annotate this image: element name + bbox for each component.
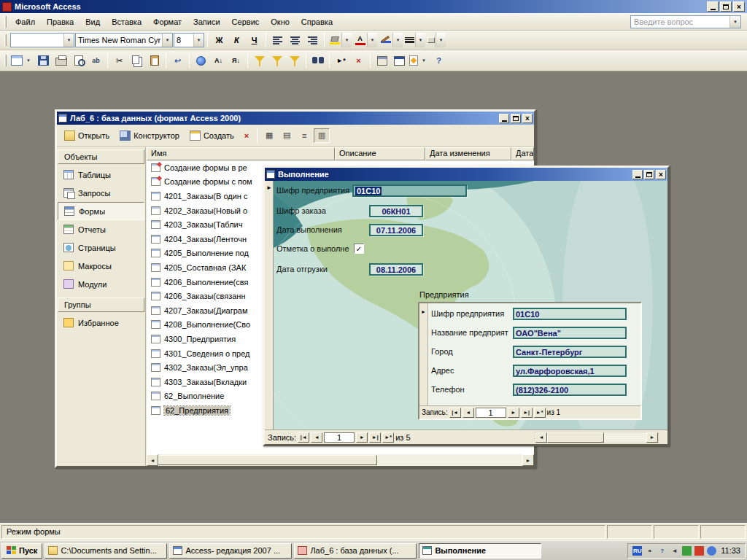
record-selector-bar[interactable] (265, 181, 274, 429)
find-button[interactable] (309, 52, 326, 69)
special-effect-dropdown-icon[interactable]: ▾ (436, 33, 446, 47)
filter-by-form-button[interactable] (268, 52, 285, 69)
start-button[interactable]: Пуск (1, 543, 42, 559)
fill-color-dropdown-icon[interactable]: ▾ (341, 33, 352, 47)
form-maximize-button[interactable] (644, 170, 654, 179)
column-header-created[interactable]: Дата с (511, 147, 534, 160)
new-object-button[interactable]: ▾ (409, 52, 430, 69)
messenger-tray-icon[interactable] (707, 546, 716, 556)
large-icons-button[interactable]: ▦ (261, 128, 277, 143)
fill-color-button[interactable]: ▾ (328, 32, 352, 49)
view-dropdown-icon[interactable]: ▾ (23, 53, 34, 68)
copy-button[interactable] (128, 52, 145, 69)
field-textbox-shipment-date[interactable]: 08.11.2006 (369, 263, 423, 276)
sidebar-item-pages[interactable]: Страницы (58, 238, 144, 257)
db-horizontal-scrollbar[interactable]: ◄ ► (147, 454, 534, 466)
font-size-dropdown-icon[interactable]: ▾ (193, 34, 204, 47)
scroll-left-button[interactable]: ◄ (147, 454, 158, 466)
subform-textbox-phone[interactable]: (812)326-2100 (513, 384, 627, 396)
question-box[interactable]: Введите вопрос ▾ (630, 15, 741, 28)
undo-button[interactable]: ↩ (169, 52, 186, 69)
list-view-button[interactable]: ≡ (296, 128, 312, 143)
help-button[interactable]: ? (430, 52, 447, 69)
database-window-button[interactable] (391, 52, 408, 69)
groups-header-button[interactable]: Группы (58, 298, 144, 312)
sidebar-item-favorites[interactable]: Избранное (58, 314, 144, 332)
align-center-button[interactable] (287, 32, 303, 49)
view-button[interactable]: ▾ (10, 52, 34, 69)
font-color-button[interactable]: А ▾ (353, 32, 378, 49)
app-close-button[interactable]: × (733, 1, 745, 12)
sort-descending-button[interactable]: Я↓ (228, 52, 244, 69)
sidebar-item-forms[interactable]: Формы (58, 202, 144, 220)
scroll-left-button[interactable]: ◄ (535, 432, 547, 443)
menu-tools[interactable]: Сервис (226, 15, 266, 29)
object-select-dropdown-icon[interactable]: ▾ (63, 34, 74, 47)
scrollbar-thumb[interactable] (158, 455, 377, 465)
print-preview-button[interactable] (70, 52, 87, 69)
formatting-toolbar-grip[interactable] (4, 34, 7, 46)
scroll-right-button[interactable]: ► (522, 454, 534, 466)
font-color-dropdown-icon[interactable]: ▾ (367, 33, 377, 47)
question-box-dropdown-icon[interactable]: ▾ (729, 16, 740, 28)
column-header-name[interactable]: Имя (147, 147, 335, 160)
subform-previous-record-button[interactable]: ◄ (462, 408, 474, 418)
sidebar-item-tables[interactable]: Таблицы (58, 166, 144, 184)
details-view-button[interactable]: ▥ (314, 128, 330, 143)
small-icons-button[interactable]: ▤ (279, 128, 295, 143)
align-left-button[interactable] (269, 32, 286, 49)
menu-help[interactable]: Справка (295, 15, 338, 29)
record-number-input[interactable] (324, 432, 355, 443)
spelling-button[interactable]: ab (88, 52, 104, 69)
menu-view[interactable]: Вид (80, 15, 106, 29)
font-size-combo[interactable]: 8 ▾ (174, 33, 204, 47)
collapse-tray-chevron-icon[interactable]: « (645, 546, 654, 556)
subform-textbox-enterprise-name[interactable]: ОАО"Вена" (513, 327, 627, 339)
field-textbox-order-code[interactable]: 06КН01 (369, 205, 423, 217)
subform-record-number-input[interactable] (476, 408, 506, 418)
menu-window[interactable]: Окно (265, 15, 295, 29)
sidebar-item-macros[interactable]: Макросы (58, 257, 144, 275)
filter-by-selection-button[interactable] (251, 52, 268, 69)
align-right-button[interactable] (304, 32, 321, 49)
menu-edit[interactable]: Правка (41, 15, 80, 29)
taskbar-task-document[interactable]: Access- редакция 2007 ... (169, 543, 292, 559)
menu-file[interactable]: Файл (9, 15, 41, 29)
form-horizontal-scrollbar[interactable]: ◄ ► (535, 432, 659, 443)
taskbar-task-database[interactable]: Лаб_6 : база данных (... (294, 543, 417, 559)
db-maximize-button[interactable] (511, 114, 521, 123)
db-minimize-button[interactable] (499, 114, 509, 123)
objects-header-button[interactable]: Объекты (58, 149, 144, 164)
new-button[interactable]: Создать (185, 128, 239, 144)
line-width-dropdown-icon[interactable]: ▾ (415, 33, 425, 47)
menu-records[interactable]: Записи (187, 15, 226, 29)
menu-format[interactable]: Формат (147, 15, 187, 29)
new-record-button[interactable]: ►* (333, 52, 349, 69)
menubar-grip[interactable] (4, 16, 7, 28)
next-record-button[interactable]: ► (356, 432, 368, 443)
open-button[interactable]: Открыть (60, 128, 114, 144)
sidebar-item-modules[interactable]: Модули (58, 275, 144, 293)
app-minimize-button[interactable] (707, 1, 719, 12)
form-titlebar[interactable]: Выполнение × (265, 168, 667, 181)
sort-ascending-button[interactable]: А↓ (210, 52, 227, 69)
underline-button[interactable]: Ч (246, 32, 263, 49)
last-record-button[interactable]: ►| (369, 432, 381, 443)
field-textbox-enterprise-code[interactable]: 01C10 (352, 184, 467, 197)
subform-record-selector-bar[interactable] (419, 303, 428, 405)
font-name-dropdown-icon[interactable]: ▾ (162, 34, 172, 47)
scroll-right-button[interactable]: ► (646, 432, 658, 443)
line-color-button[interactable]: ▾ (379, 32, 403, 49)
sidebar-item-queries[interactable]: Запросы (58, 184, 144, 202)
subform-new-record-button[interactable]: ►* (534, 408, 546, 418)
line-color-dropdown-icon[interactable]: ▾ (392, 33, 403, 47)
taskbar-task-explorer[interactable]: C:\Documents and Settin... (44, 543, 167, 559)
menu-insert[interactable]: Вставка (106, 15, 147, 29)
hyperlink-button[interactable] (193, 52, 209, 69)
language-indicator[interactable]: RU (632, 546, 642, 556)
form-minimize-button[interactable] (632, 170, 643, 179)
column-header-description[interactable]: Описание (335, 147, 425, 160)
previous-record-button[interactable]: ◄ (311, 432, 322, 443)
subform-textbox-enterprise-code[interactable]: 01C10 (513, 308, 627, 320)
delete-button[interactable]: × (240, 128, 253, 143)
